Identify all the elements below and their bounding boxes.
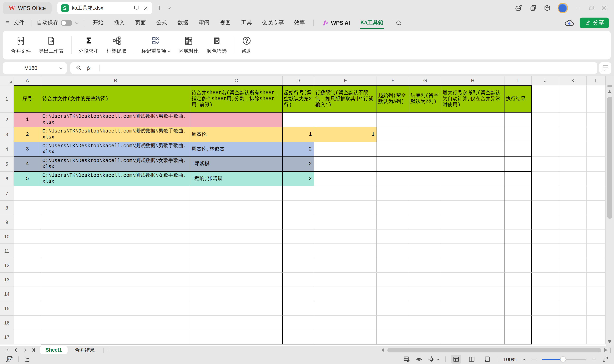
cell-A8[interactable] <box>14 201 41 215</box>
zoom-slider-handle[interactable] <box>560 357 566 362</box>
cell-D2[interactable] <box>283 113 314 127</box>
horizontal-scrollbar[interactable] <box>378 347 614 353</box>
menu-item[interactable]: 审阅 <box>194 19 215 26</box>
cell-D10[interactable] <box>283 230 314 244</box>
cell-A16[interactable] <box>14 316 41 330</box>
sheet-tab-合并结果[interactable]: 合并结果 <box>69 346 100 354</box>
cell-E13[interactable] <box>314 273 377 287</box>
cell-I15[interactable] <box>504 301 532 316</box>
cell-C15[interactable] <box>190 301 283 316</box>
row-header-2[interactable]: 2 <box>0 113 14 127</box>
row-header-3[interactable]: 3 <box>0 127 14 142</box>
cell-J16[interactable] <box>532 316 559 330</box>
outline-icon[interactable] <box>24 356 30 363</box>
cell-G16[interactable] <box>409 316 441 330</box>
cell-G14[interactable] <box>409 287 441 301</box>
cell-F1[interactable]: 起始列(留空默认为A列) <box>377 85 409 113</box>
row-header-13[interactable]: 13 <box>0 273 14 287</box>
cell-H9[interactable] <box>441 215 504 230</box>
cell-C10[interactable] <box>190 230 283 244</box>
cell-E12[interactable] <box>314 258 377 273</box>
cell-G15[interactable] <box>409 301 441 316</box>
autosave-control[interactable]: 自动保存 <box>35 19 81 26</box>
app-logo-button[interactable]: W WPS Office <box>3 2 51 14</box>
cell-B11[interactable] <box>41 244 190 258</box>
windows-stack-icon[interactable] <box>530 4 537 12</box>
zoom-in-button[interactable] <box>591 356 597 362</box>
row-header-1[interactable]: 1 <box>0 85 14 113</box>
cell-F11[interactable] <box>377 244 409 258</box>
cell-G9[interactable] <box>409 215 441 230</box>
page-layout-view-icon[interactable] <box>482 355 492 364</box>
cell-H6[interactable] <box>441 172 504 186</box>
cell-L12[interactable] <box>587 258 606 273</box>
cell-F17[interactable] <box>377 330 409 344</box>
col-header-L[interactable]: L <box>587 76 606 85</box>
cell-I8[interactable] <box>504 201 532 215</box>
cell-A6[interactable]: 5 <box>14 172 41 186</box>
cell-L3[interactable] <box>587 127 606 142</box>
cell-C17[interactable] <box>190 330 283 344</box>
autosave-toggle[interactable] <box>61 20 72 26</box>
cell-G17[interactable] <box>409 330 441 344</box>
file-menu[interactable]: 文件 <box>0 19 28 26</box>
row-header-15[interactable]: 15 <box>0 301 14 316</box>
cell-H4[interactable] <box>441 142 504 157</box>
toolbar-button-help[interactable]: 帮助 <box>238 34 255 56</box>
scroll-left-icon[interactable] <box>381 348 384 352</box>
col-header-D[interactable]: D <box>283 76 314 85</box>
toolbar-button-region-compare[interactable]: 区域对比 <box>176 34 202 56</box>
zoom-level[interactable]: 100% <box>503 356 517 362</box>
cell-G7[interactable] <box>409 186 441 201</box>
cell-D11[interactable] <box>283 244 314 258</box>
macro-icon[interactable]: VB <box>6 356 14 363</box>
cell-E10[interactable] <box>314 230 377 244</box>
restore-button[interactable] <box>588 5 594 11</box>
fx-pane-button[interactable]: fx <box>599 62 611 74</box>
zoom-slider[interactable] <box>542 359 586 360</box>
cell-E14[interactable] <box>314 287 377 301</box>
toolbar-button-merge-files[interactable]: 合并文件 <box>8 34 34 56</box>
active-menu-item[interactable]: Ka工具箱 <box>355 19 389 26</box>
zoom-chevron-icon[interactable] <box>522 357 526 361</box>
col-header-G[interactable]: G <box>409 76 441 85</box>
cell-C4[interactable]: 周杰伦;林俊杰 <box>190 142 283 157</box>
cell-I7[interactable] <box>504 186 532 201</box>
cell-I3[interactable] <box>504 127 532 142</box>
cell-F15[interactable] <box>377 301 409 316</box>
cell-F13[interactable] <box>377 273 409 287</box>
toolbar-button-export-sheet[interactable]: 导出工作表 <box>36 34 67 56</box>
cell-I9[interactable] <box>504 215 532 230</box>
eye-icon[interactable] <box>415 356 422 363</box>
cell-F2[interactable] <box>377 113 409 127</box>
wps-ai-item[interactable]: WPS AI <box>317 20 355 26</box>
row-header-16[interactable]: 16 <box>0 316 14 330</box>
col-header-B[interactable]: B <box>41 76 190 85</box>
cell-L14[interactable] <box>587 287 606 301</box>
toolbar-button-sigma[interactable]: Σ分段求和 <box>75 34 102 56</box>
menu-item[interactable]: 插入 <box>109 19 130 26</box>
cell-I13[interactable] <box>504 273 532 287</box>
cell-F16[interactable] <box>377 316 409 330</box>
cell-G8[interactable] <box>409 201 441 215</box>
cell-A1[interactable]: 序号 <box>14 85 41 113</box>
cell-L6[interactable] <box>587 172 606 186</box>
row-header-17[interactable]: 17 <box>0 330 14 344</box>
cell-B9[interactable] <box>41 215 190 230</box>
cell-A14[interactable] <box>14 287 41 301</box>
first-sheet-icon[interactable] <box>5 348 10 352</box>
menu-item[interactable]: 效率 <box>289 19 310 26</box>
cell-I11[interactable] <box>504 244 532 258</box>
cell-C14[interactable] <box>190 287 283 301</box>
col-header-K[interactable]: K <box>559 76 587 85</box>
share-button[interactable]: 分享 <box>580 17 609 28</box>
prev-sheet-icon[interactable] <box>14 348 18 352</box>
cell-H16[interactable] <box>441 316 504 330</box>
cell-L9[interactable] <box>587 215 606 230</box>
normal-view-icon[interactable] <box>451 355 461 364</box>
row-header-12[interactable]: 12 <box>0 258 14 273</box>
menu-item[interactable]: 会员专享 <box>257 19 289 26</box>
cell-J11[interactable] <box>532 244 559 258</box>
menu-item[interactable]: 开始 <box>87 19 109 26</box>
cell-K5[interactable] <box>559 157 587 172</box>
